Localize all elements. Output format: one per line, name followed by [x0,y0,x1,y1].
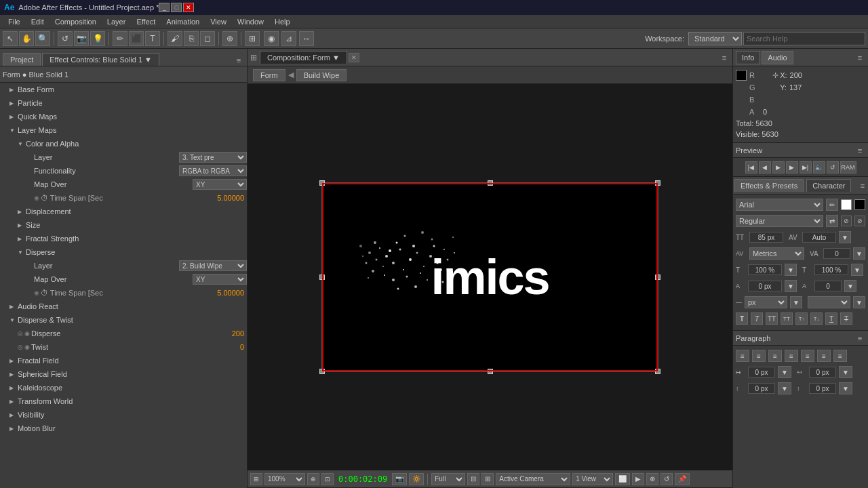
tool-extra2[interactable]: ⊿ [281,31,296,46]
para-indent-right-down[interactable]: ▼ [839,366,852,378]
tree-particle[interactable]: Particle [0,96,247,110]
viewer-snapshot[interactable]: 📌 [675,473,690,485]
char-super-btn[interactable]: T↑ [795,312,808,325]
tool-camera[interactable]: 📷 [74,31,89,46]
camera-select[interactable]: Active Camera Front [496,473,570,485]
para-justify-right[interactable]: ≡ [817,350,831,362]
char-font-select[interactable]: Arial [736,199,823,211]
tree-layer-colalpha[interactable]: Layer 3. Text pre [0,150,247,164]
tool-zoom[interactable]: 🔍 [35,31,50,46]
para-justify-center[interactable]: ≡ [801,350,814,362]
tool-snapping[interactable]: ⊞ [245,31,260,46]
tree-fractal-strength[interactable]: Fractal Strength [0,232,247,245]
para-space-after-input[interactable] [809,383,836,394]
para-indent-left-input[interactable] [748,367,775,378]
char-px-select2[interactable] [808,296,850,308]
preview-goto-end[interactable]: ▶| [800,161,812,174]
char-underline-btn[interactable]: T [825,312,837,325]
char-swap-btn[interactable]: ⇄ [826,215,838,227]
para-align-right[interactable]: ≡ [768,350,782,362]
breadcrumb-build-wipe[interactable]: Build Wipe [296,69,347,81]
menu-layer[interactable]: Layer [102,16,132,27]
tree-mapover-colalpha[interactable]: Map Over XY [0,178,247,191]
char-horiz-scale-input[interactable] [814,264,848,275]
char-leading-input[interactable] [802,232,836,243]
tool-hand[interactable]: ✋ [19,31,34,46]
tree-transform-world[interactable]: Transform World [0,394,247,408]
layer-colalpha-select[interactable]: 3. Text pre [179,152,247,163]
menu-help[interactable]: Help [269,16,296,27]
minimize-button[interactable]: _ [159,3,170,12]
tool-eraser[interactable]: ◻ [200,31,215,46]
para-align-left[interactable]: ≡ [736,350,749,362]
tab-info[interactable]: Info [736,51,760,64]
char-italic-btn[interactable]: T [751,312,763,325]
comp-tab-form[interactable]: Composition: Form ▼ [260,51,347,64]
para-space-before-input[interactable] [748,383,775,394]
viewer-overlay-btn[interactable]: ⬜ [615,473,630,485]
para-space-before-down[interactable]: ▼ [778,382,791,394]
tree-disperse-twist[interactable]: Disperse & Twist [0,313,247,327]
tool-puppet[interactable]: ⊕ [222,31,237,46]
viewer-fast-preview[interactable]: ▶ [632,473,644,485]
tree-twist-val[interactable]: ◎ ◉ Twist 0 [0,340,247,354]
para-justify-left[interactable]: ≡ [785,350,798,362]
tree-spherical-field[interactable]: Spherical Field [0,367,247,381]
handle-ml[interactable] [319,274,325,280]
tree-kaleidoscope[interactable]: Kaleidoscope [0,381,247,394]
char-bold-btn[interactable]: T [736,312,748,325]
zoom-select[interactable]: 100%50%200% [264,473,305,485]
viewer-3d-ground[interactable]: ⊕ [646,473,658,485]
preview-audio[interactable]: 🔈 [813,161,825,174]
paragraph-menu[interactable]: ≡ [854,333,865,344]
char-fill-color[interactable] [841,199,852,210]
tree-disperse-val[interactable]: ◎ ◉ Disperse 200 [0,327,247,340]
viewer-reset-btn[interactable]: ↺ [660,473,673,485]
preview-menu[interactable]: ≡ [854,145,865,156]
char-stroke-color[interactable] [854,199,865,210]
tree-timespan-disperse[interactable]: ◉ ⏱ Time Span [Sec 5.00000 [0,286,247,300]
tab-effects-presets[interactable]: Effects & Presets [734,179,804,192]
viewer-pixel-aspect[interactable]: ⊞ [481,473,494,485]
viewer-grid-btn[interactable]: ⊞ [250,473,262,485]
tool-extra1[interactable]: ◉ [264,31,279,46]
comp-tab-close[interactable]: ✕ [349,53,359,62]
menu-view[interactable]: View [205,16,232,27]
tree-quick-maps[interactable]: Quick Maps [0,110,247,123]
para-indent-down[interactable]: ▼ [778,366,791,378]
capture-frame-btn[interactable]: 📷 [392,473,407,485]
tool-pen[interactable]: ✏ [113,31,127,46]
draft-3d-btn[interactable]: 🔆 [409,473,424,485]
tree-displacement[interactable]: Displacement [0,205,247,218]
quality-select[interactable]: FullHalfQuarter [431,473,465,485]
char-sub-btn[interactable]: T↓ [810,312,823,325]
tree-base-form[interactable]: Base Form [0,83,247,96]
char-no-stroke[interactable]: ⊘ [854,216,865,226]
viewer-checkerboard[interactable]: ⊟ [467,473,479,485]
preview-goto-start[interactable]: |◀ [745,161,757,174]
close-button[interactable]: ✕ [183,3,194,12]
char-vert-scale-input[interactable] [748,264,782,275]
para-indent-right-input[interactable] [809,367,836,378]
tree-fractal-field[interactable]: Fractal Field [0,354,247,367]
char-strikethrough-btn[interactable]: T [840,312,852,325]
char-horiz-down[interactable]: ▼ [851,264,863,276]
char-px2-down[interactable]: ▼ [853,296,865,308]
char-style-select[interactable]: Regular [736,215,823,227]
para-justify-all[interactable]: ≡ [833,350,847,362]
menu-file[interactable]: File [3,16,26,27]
composition-canvas[interactable]: imics [321,182,658,372]
tab-character[interactable]: Character [806,179,851,192]
right-panel-menu[interactable]: ≡ [854,52,865,63]
tree-timespan-colalpha[interactable]: ◉ ⏱ Time Span [Sec 5.00000 [0,191,247,205]
preview-step-forward[interactable]: ▶ [786,161,798,174]
char-smallcaps-btn[interactable]: TT [781,312,793,325]
handle-bc[interactable] [488,369,493,374]
tree-audio-react[interactable]: Audio React [0,300,247,313]
preview-jkl[interactable]: RAM [840,161,856,174]
tool-arrow[interactable]: ↖ [3,31,18,46]
tab-effect-controls[interactable]: Effect Controls: Blue Solid 1 ▼ [42,53,159,66]
char-size-input[interactable] [749,232,783,243]
char-px-select[interactable]: px [745,296,787,308]
char-kern-select[interactable]: Metrics [749,247,804,260]
